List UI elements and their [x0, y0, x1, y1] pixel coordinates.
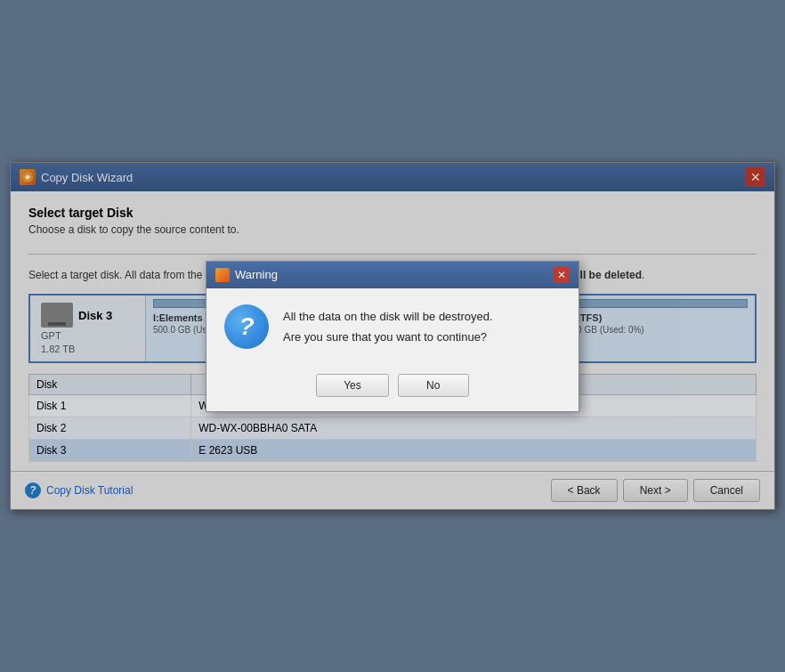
dialog-body: ? All the data on the disk will be destr… [206, 288, 579, 365]
dialog-message-line-2: Are you sure that you want to continue? [283, 330, 493, 344]
dialog-title-left: Warning [215, 268, 278, 282]
warning-overlay: Warning ✕ ? All the data on the disk wil… [0, 0, 785, 672]
dialog-title-icon [215, 268, 230, 282]
dialog-yes-button[interactable]: Yes [316, 374, 389, 397]
dialog-message-line-1: All the data on the disk will be destroy… [283, 310, 493, 323]
question-icon: ? [224, 304, 269, 349]
dialog-message: All the data on the disk will be destroy… [283, 304, 493, 344]
dialog-buttons: Yes No [206, 365, 579, 411]
warning-dialog: Warning ✕ ? All the data on the disk wil… [206, 261, 579, 412]
dialog-close-button[interactable]: ✕ [554, 267, 570, 283]
dialog-title-text: Warning [235, 268, 278, 281]
dialog-no-button[interactable]: No [398, 374, 469, 397]
dialog-title-bar: Warning ✕ [206, 262, 579, 288]
